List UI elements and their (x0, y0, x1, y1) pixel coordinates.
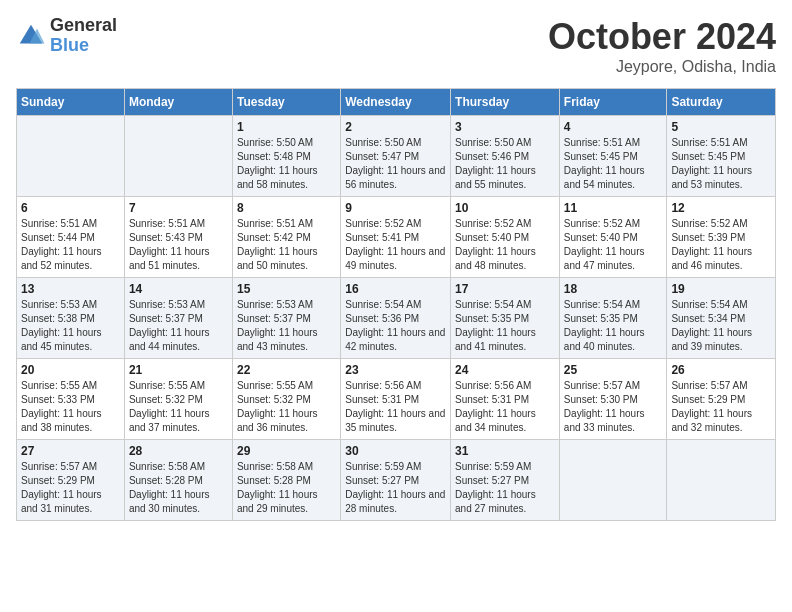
weekday-header-thursday: Thursday (451, 89, 560, 116)
calendar-cell: 9Sunrise: 5:52 AM Sunset: 5:41 PM Daylig… (341, 197, 451, 278)
day-detail: Sunrise: 5:55 AM Sunset: 5:33 PM Dayligh… (21, 379, 120, 435)
day-detail: Sunrise: 5:51 AM Sunset: 5:45 PM Dayligh… (671, 136, 771, 192)
calendar-cell: 29Sunrise: 5:58 AM Sunset: 5:28 PM Dayli… (232, 440, 340, 521)
calendar-cell: 19Sunrise: 5:54 AM Sunset: 5:34 PM Dayli… (667, 278, 776, 359)
month-title: October 2024 (548, 16, 776, 58)
day-detail: Sunrise: 5:51 AM Sunset: 5:43 PM Dayligh… (129, 217, 228, 273)
calendar-cell: 13Sunrise: 5:53 AM Sunset: 5:38 PM Dayli… (17, 278, 125, 359)
calendar-cell: 15Sunrise: 5:53 AM Sunset: 5:37 PM Dayli… (232, 278, 340, 359)
calendar-cell: 17Sunrise: 5:54 AM Sunset: 5:35 PM Dayli… (451, 278, 560, 359)
day-number: 10 (455, 201, 555, 215)
calendar-cell: 8Sunrise: 5:51 AM Sunset: 5:42 PM Daylig… (232, 197, 340, 278)
weekday-header-saturday: Saturday (667, 89, 776, 116)
day-number: 14 (129, 282, 228, 296)
calendar-cell: 11Sunrise: 5:52 AM Sunset: 5:40 PM Dayli… (559, 197, 667, 278)
day-detail: Sunrise: 5:53 AM Sunset: 5:38 PM Dayligh… (21, 298, 120, 354)
day-detail: Sunrise: 5:50 AM Sunset: 5:46 PM Dayligh… (455, 136, 555, 192)
week-row-5: 27Sunrise: 5:57 AM Sunset: 5:29 PM Dayli… (17, 440, 776, 521)
day-number: 23 (345, 363, 446, 377)
day-number: 4 (564, 120, 663, 134)
day-number: 26 (671, 363, 771, 377)
calendar-cell: 30Sunrise: 5:59 AM Sunset: 5:27 PM Dayli… (341, 440, 451, 521)
title-block: October 2024 Jeypore, Odisha, India (548, 16, 776, 76)
calendar-cell: 16Sunrise: 5:54 AM Sunset: 5:36 PM Dayli… (341, 278, 451, 359)
day-number: 30 (345, 444, 446, 458)
calendar-cell: 1Sunrise: 5:50 AM Sunset: 5:48 PM Daylig… (232, 116, 340, 197)
calendar-cell: 26Sunrise: 5:57 AM Sunset: 5:29 PM Dayli… (667, 359, 776, 440)
day-detail: Sunrise: 5:59 AM Sunset: 5:27 PM Dayligh… (455, 460, 555, 516)
location: Jeypore, Odisha, India (548, 58, 776, 76)
day-detail: Sunrise: 5:55 AM Sunset: 5:32 PM Dayligh… (129, 379, 228, 435)
day-detail: Sunrise: 5:57 AM Sunset: 5:29 PM Dayligh… (671, 379, 771, 435)
day-number: 3 (455, 120, 555, 134)
calendar-cell (124, 116, 232, 197)
calendar-cell: 24Sunrise: 5:56 AM Sunset: 5:31 PM Dayli… (451, 359, 560, 440)
day-number: 7 (129, 201, 228, 215)
calendar-cell: 21Sunrise: 5:55 AM Sunset: 5:32 PM Dayli… (124, 359, 232, 440)
day-detail: Sunrise: 5:50 AM Sunset: 5:48 PM Dayligh… (237, 136, 336, 192)
day-detail: Sunrise: 5:52 AM Sunset: 5:40 PM Dayligh… (455, 217, 555, 273)
calendar-cell: 12Sunrise: 5:52 AM Sunset: 5:39 PM Dayli… (667, 197, 776, 278)
day-detail: Sunrise: 5:50 AM Sunset: 5:47 PM Dayligh… (345, 136, 446, 192)
day-detail: Sunrise: 5:53 AM Sunset: 5:37 PM Dayligh… (129, 298, 228, 354)
calendar-cell: 7Sunrise: 5:51 AM Sunset: 5:43 PM Daylig… (124, 197, 232, 278)
weekday-header-sunday: Sunday (17, 89, 125, 116)
week-row-3: 13Sunrise: 5:53 AM Sunset: 5:38 PM Dayli… (17, 278, 776, 359)
weekday-header-monday: Monday (124, 89, 232, 116)
week-row-1: 1Sunrise: 5:50 AM Sunset: 5:48 PM Daylig… (17, 116, 776, 197)
day-number: 9 (345, 201, 446, 215)
calendar-table: SundayMondayTuesdayWednesdayThursdayFrid… (16, 88, 776, 521)
day-detail: Sunrise: 5:54 AM Sunset: 5:36 PM Dayligh… (345, 298, 446, 354)
day-detail: Sunrise: 5:51 AM Sunset: 5:42 PM Dayligh… (237, 217, 336, 273)
day-number: 15 (237, 282, 336, 296)
day-detail: Sunrise: 5:51 AM Sunset: 5:44 PM Dayligh… (21, 217, 120, 273)
day-detail: Sunrise: 5:56 AM Sunset: 5:31 PM Dayligh… (345, 379, 446, 435)
day-detail: Sunrise: 5:54 AM Sunset: 5:35 PM Dayligh… (564, 298, 663, 354)
calendar-cell: 20Sunrise: 5:55 AM Sunset: 5:33 PM Dayli… (17, 359, 125, 440)
calendar-cell: 5Sunrise: 5:51 AM Sunset: 5:45 PM Daylig… (667, 116, 776, 197)
day-detail: Sunrise: 5:58 AM Sunset: 5:28 PM Dayligh… (129, 460, 228, 516)
day-number: 1 (237, 120, 336, 134)
calendar-cell (17, 116, 125, 197)
calendar-cell: 18Sunrise: 5:54 AM Sunset: 5:35 PM Dayli… (559, 278, 667, 359)
calendar-cell: 27Sunrise: 5:57 AM Sunset: 5:29 PM Dayli… (17, 440, 125, 521)
calendar-cell (559, 440, 667, 521)
weekday-header-tuesday: Tuesday (232, 89, 340, 116)
day-number: 11 (564, 201, 663, 215)
day-detail: Sunrise: 5:57 AM Sunset: 5:29 PM Dayligh… (21, 460, 120, 516)
day-number: 21 (129, 363, 228, 377)
weekday-header-friday: Friday (559, 89, 667, 116)
week-row-4: 20Sunrise: 5:55 AM Sunset: 5:33 PM Dayli… (17, 359, 776, 440)
calendar-cell: 4Sunrise: 5:51 AM Sunset: 5:45 PM Daylig… (559, 116, 667, 197)
logo: General Blue (16, 16, 117, 56)
page-header: General Blue October 2024 Jeypore, Odish… (16, 16, 776, 76)
weekday-header-wednesday: Wednesday (341, 89, 451, 116)
calendar-cell: 14Sunrise: 5:53 AM Sunset: 5:37 PM Dayli… (124, 278, 232, 359)
calendar-cell (667, 440, 776, 521)
day-number: 24 (455, 363, 555, 377)
day-number: 16 (345, 282, 446, 296)
day-detail: Sunrise: 5:52 AM Sunset: 5:39 PM Dayligh… (671, 217, 771, 273)
day-number: 25 (564, 363, 663, 377)
calendar-cell: 23Sunrise: 5:56 AM Sunset: 5:31 PM Dayli… (341, 359, 451, 440)
day-number: 5 (671, 120, 771, 134)
day-detail: Sunrise: 5:54 AM Sunset: 5:34 PM Dayligh… (671, 298, 771, 354)
calendar-cell: 10Sunrise: 5:52 AM Sunset: 5:40 PM Dayli… (451, 197, 560, 278)
logo-text: General Blue (50, 16, 117, 56)
day-number: 20 (21, 363, 120, 377)
week-row-2: 6Sunrise: 5:51 AM Sunset: 5:44 PM Daylig… (17, 197, 776, 278)
logo-icon (16, 21, 46, 51)
day-number: 27 (21, 444, 120, 458)
day-detail: Sunrise: 5:53 AM Sunset: 5:37 PM Dayligh… (237, 298, 336, 354)
day-number: 18 (564, 282, 663, 296)
logo-blue: Blue (50, 36, 117, 56)
day-number: 6 (21, 201, 120, 215)
day-number: 29 (237, 444, 336, 458)
day-detail: Sunrise: 5:56 AM Sunset: 5:31 PM Dayligh… (455, 379, 555, 435)
weekday-header-row: SundayMondayTuesdayWednesdayThursdayFrid… (17, 89, 776, 116)
day-detail: Sunrise: 5:54 AM Sunset: 5:35 PM Dayligh… (455, 298, 555, 354)
day-detail: Sunrise: 5:57 AM Sunset: 5:30 PM Dayligh… (564, 379, 663, 435)
day-number: 12 (671, 201, 771, 215)
calendar-cell: 28Sunrise: 5:58 AM Sunset: 5:28 PM Dayli… (124, 440, 232, 521)
day-detail: Sunrise: 5:52 AM Sunset: 5:40 PM Dayligh… (564, 217, 663, 273)
